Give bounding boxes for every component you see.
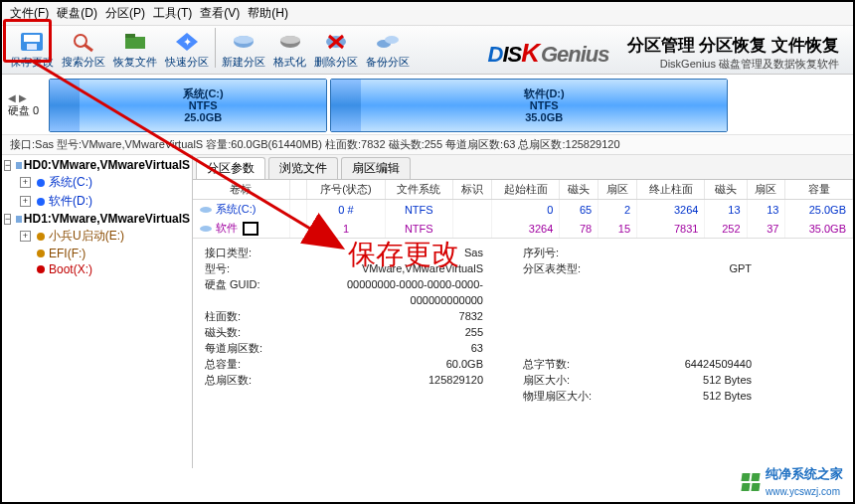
tree-label: 软件(D:) bbox=[49, 193, 92, 210]
partition-dot-icon bbox=[37, 179, 45, 187]
tree-partition-node[interactable]: +系统(C:) bbox=[2, 173, 192, 192]
toolbar-recover-files[interactable]: 恢复文件 bbox=[109, 28, 161, 72]
main-area: −HD0:VMware,VMwareVirtualS+系统(C:)+软件(D:)… bbox=[2, 155, 853, 468]
grid-column-header[interactable]: 终止柱面 bbox=[637, 180, 705, 200]
menu-item[interactable]: 工具(T) bbox=[151, 4, 194, 23]
svg-rect-5 bbox=[125, 37, 145, 49]
svg-point-21 bbox=[200, 226, 212, 232]
annotation-text: 保存更改 bbox=[348, 236, 459, 273]
tree-label: EFI(F:) bbox=[49, 247, 86, 260]
grid-column-header[interactable]: 扇区 bbox=[598, 180, 637, 200]
tree-label: 系统(C:) bbox=[49, 174, 92, 191]
detail-row: 物理扇区大小:512 Bytes bbox=[205, 388, 841, 404]
tree-partition-node[interactable]: +小兵U启动(E:) bbox=[2, 227, 192, 246]
format-icon bbox=[276, 30, 304, 54]
toolbar-save-changes[interactable]: 保存更改 bbox=[6, 28, 58, 72]
partition-grid-wrap: 卷标序号(状态)文件系统标识起始柱面磁头扇区终止柱面磁头扇区容量 系统(C:)0… bbox=[193, 180, 853, 239]
svg-rect-18 bbox=[16, 162, 22, 169]
tree-disk-node[interactable]: −HD1:VMware,VMwareVirtualS bbox=[2, 211, 192, 227]
expand-toggle[interactable]: + bbox=[20, 231, 31, 242]
toolbar-quick-partition[interactable]: ✦快速分区 bbox=[161, 28, 213, 72]
branding: DISKGenius 分区管理 分区恢复 文件恢复 DiskGenius 磁盘管… bbox=[416, 34, 849, 72]
disk-nav[interactable]: ◀ ▶ 硬盘 0 bbox=[8, 92, 43, 118]
new-partition-icon bbox=[230, 30, 257, 54]
tree-partition-node[interactable]: Boot(X:) bbox=[2, 261, 192, 277]
expand-toggle[interactable]: + bbox=[20, 177, 31, 188]
table-row[interactable]: 系统(C:)0 #NTFS06523264131325.0GB bbox=[193, 200, 853, 220]
svg-text:✦: ✦ bbox=[183, 36, 192, 48]
detail-row: 总扇区数:125829120扇区大小:512 Bytes bbox=[205, 372, 841, 388]
svg-line-4 bbox=[85, 45, 92, 51]
detail-row: 型号:VMware,VMwareVirtualS分区表类型:GPT bbox=[205, 260, 841, 276]
partition-bar[interactable]: 系统(C:)NTFS25.0GB bbox=[49, 79, 327, 132]
svg-rect-19 bbox=[16, 216, 22, 223]
grid-column-header[interactable]: 容量 bbox=[785, 180, 853, 200]
watermark-icon bbox=[742, 473, 760, 491]
toolbar-label: 搜索分区 bbox=[62, 55, 105, 70]
brand-logo: DISKGenius bbox=[488, 38, 609, 69]
svg-point-17 bbox=[385, 36, 399, 44]
grid-column-header[interactable]: 扇区 bbox=[747, 180, 785, 200]
grid-column-header[interactable]: 序号(状态) bbox=[307, 180, 385, 200]
grid-column-header[interactable]: 标识 bbox=[452, 180, 491, 200]
toolbar: 保存更改搜索分区恢复文件✦快速分区新建分区格式化删除分区备份分区 DISKGen… bbox=[2, 26, 853, 75]
right-pane: 分区参数浏览文件扇区编辑 卷标序号(状态)文件系统标识起始柱面磁头扇区终止柱面磁… bbox=[193, 155, 853, 468]
grid-column-header[interactable]: 文件系统 bbox=[385, 180, 452, 200]
recover-files-icon bbox=[121, 30, 149, 54]
svg-rect-6 bbox=[125, 34, 135, 38]
toolbar-search-partition[interactable]: 搜索分区 bbox=[58, 28, 109, 72]
diskgenius-window: 文件(F)硬盘(D)分区(P)工具(T)查看(V)帮助(H) 保存更改搜索分区恢… bbox=[0, 0, 855, 504]
disk-info-bar: 接口:Sas 型号:VMware,VMwareVirtualS 容量:60.0G… bbox=[2, 135, 853, 155]
brand-tagline: 分区管理 分区恢复 文件恢复 DiskGenius 磁盘管理及数据恢复软件 bbox=[627, 34, 839, 72]
tree-partition-node[interactable]: EFI(F:) bbox=[2, 246, 192, 261]
menu-item[interactable]: 硬盘(D) bbox=[55, 4, 99, 23]
tab-0[interactable]: 分区参数 bbox=[196, 157, 265, 179]
svg-point-12 bbox=[280, 36, 300, 44]
disk-map: ◀ ▶ 硬盘 0 系统(C:)NTFS25.0GB软件(D:)NTFS35.0G… bbox=[2, 75, 853, 135]
delete-partition-icon bbox=[322, 30, 350, 54]
tree-label: Boot(X:) bbox=[49, 262, 92, 276]
table-row[interactable]: 软件 1NTFS3264781578312523735.0GB bbox=[193, 219, 853, 238]
detail-row: 硬盘 GUID:00000000-0000-0000-0000-00000000… bbox=[205, 276, 841, 308]
backup-partition-icon bbox=[374, 30, 402, 54]
tree-disk-node[interactable]: −HD0:VMware,VMwareVirtualS bbox=[2, 157, 192, 173]
toolbar-delete-partition[interactable]: 删除分区 bbox=[310, 28, 362, 72]
expand-toggle[interactable]: + bbox=[20, 196, 31, 207]
svg-point-20 bbox=[200, 207, 212, 213]
menu-item[interactable]: 分区(P) bbox=[103, 4, 147, 23]
tab-strip: 分区参数浏览文件扇区编辑 bbox=[193, 155, 853, 180]
expand-toggle[interactable]: − bbox=[4, 214, 11, 225]
svg-point-10 bbox=[234, 36, 254, 44]
grid-column-header[interactable]: 起始柱面 bbox=[491, 180, 559, 200]
grid-column-header[interactable]: 卷标 bbox=[193, 180, 289, 200]
tree-label: 小兵U启动(E:) bbox=[49, 228, 124, 245]
toolbar-label: 格式化 bbox=[273, 55, 306, 70]
menu-item[interactable]: 帮助(H) bbox=[246, 4, 290, 23]
volume-icon bbox=[199, 224, 213, 234]
tab-1[interactable]: 浏览文件 bbox=[268, 157, 338, 179]
toolbar-new-partition[interactable]: 新建分区 bbox=[218, 28, 269, 72]
menu-item[interactable]: 查看(V) bbox=[198, 4, 242, 23]
partition-bar[interactable]: 软件(D:)NTFS35.0GB bbox=[330, 79, 728, 132]
disk-tree[interactable]: −HD0:VMware,VMwareVirtualS+系统(C:)+软件(D:)… bbox=[2, 155, 193, 468]
watermark: 纯净系统之家 www.ycswzj.com bbox=[742, 465, 843, 498]
search-partition-icon bbox=[70, 30, 97, 54]
disk-icon bbox=[15, 159, 22, 171]
tree-label: HD0:VMware,VMwareVirtualS bbox=[24, 158, 190, 172]
tree-partition-node[interactable]: +软件(D:) bbox=[2, 192, 192, 211]
expand-toggle[interactable]: − bbox=[4, 160, 11, 171]
toolbar-label: 删除分区 bbox=[314, 55, 358, 70]
grid-column-header[interactable] bbox=[289, 180, 306, 200]
toolbar-separator bbox=[215, 28, 216, 68]
disk-icon bbox=[15, 213, 22, 225]
toolbar-format[interactable]: 格式化 bbox=[269, 28, 310, 72]
svg-rect-2 bbox=[27, 44, 37, 50]
menu-item[interactable]: 文件(F) bbox=[8, 4, 51, 23]
partition-grid[interactable]: 卷标序号(状态)文件系统标识起始柱面磁头扇区终止柱面磁头扇区容量 系统(C:)0… bbox=[193, 180, 853, 238]
tree-label: HD1:VMware,VMwareVirtualS bbox=[24, 212, 190, 226]
grid-column-header[interactable]: 磁头 bbox=[560, 180, 598, 200]
grid-column-header[interactable]: 磁头 bbox=[705, 180, 747, 200]
tab-2[interactable]: 扇区编辑 bbox=[341, 157, 411, 179]
edit-cursor bbox=[243, 222, 258, 236]
toolbar-backup-partition[interactable]: 备份分区 bbox=[362, 28, 414, 72]
